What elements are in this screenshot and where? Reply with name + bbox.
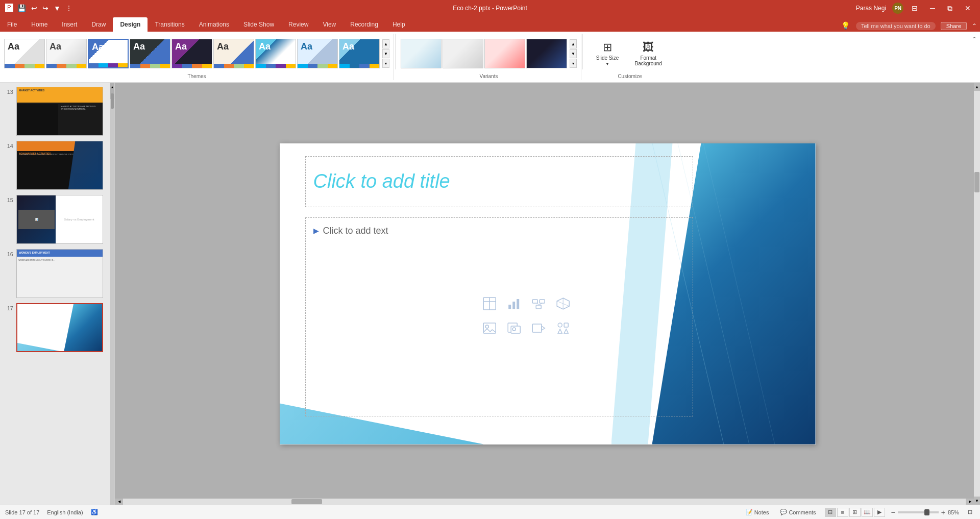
tab-animations[interactable]: Animations — [192, 17, 236, 32]
accessibility-icon[interactable]: ♿ — [91, 509, 98, 515]
comments-button[interactable]: 💬 Comments — [777, 508, 818, 516]
tab-home[interactable]: Home — [24, 17, 55, 32]
redo-icon[interactable]: ↪ — [42, 4, 48, 12]
zoom-slider[interactable] — [898, 511, 939, 513]
close-button[interactable]: ✕ — [961, 3, 975, 13]
tab-design[interactable]: Design — [113, 17, 148, 32]
more-icon[interactable]: ⋮ — [66, 5, 72, 12]
content-header: ▶ Click to add text — [313, 226, 685, 236]
canvas-scrollbar[interactable]: ▲ ▼ — [974, 83, 980, 505]
theme-cream[interactable]: Aa — [213, 39, 254, 68]
variant-4[interactable] — [526, 39, 567, 68]
outline-view-button[interactable]: ≡ — [837, 508, 848, 517]
insert-chart-icon[interactable] — [505, 294, 523, 313]
quick-save-icon[interactable]: 💾 — [17, 4, 26, 12]
variants-expand[interactable]: ▾ — [570, 59, 577, 68]
tab-insert[interactable]: Insert — [55, 17, 84, 32]
insert-stock-images-icon[interactable] — [505, 319, 523, 337]
ribbon-spacer — [676, 34, 969, 80]
undo-icon[interactable]: ↩ — [31, 4, 37, 12]
theme-teal[interactable]: Aa — [339, 39, 380, 68]
user-avatar[interactable]: PN — [892, 3, 903, 14]
variants-scroll-down[interactable]: ▼ — [570, 49, 577, 58]
themes-scroll-buttons: ▲ ▼ ▾ — [382, 39, 389, 68]
insert-smartart-icon[interactable] — [529, 294, 548, 313]
variant-2[interactable] — [443, 39, 483, 68]
slide-size-button[interactable]: ⊞ Slide Size ▼ — [591, 39, 624, 68]
main-area: 13 MARKET ACTIVITIES MARKET ACTIVITIES A… — [0, 83, 980, 505]
share-button[interactable]: Share — [941, 22, 967, 30]
fit-slide-button[interactable]: ⊡ — [965, 508, 975, 516]
custom-quick-access-icon[interactable]: ▼ — [54, 4, 61, 12]
slide-item-13[interactable]: 13 MARKET ACTIVITIES MARKET ACTIVITIES A… — [0, 86, 114, 137]
content-placeholder[interactable]: ▶ Click to add text — [305, 217, 693, 416]
horizontal-scrollbar[interactable]: ◀ ▶ — [115, 499, 974, 505]
slide-sorter-button[interactable]: ⊞ — [849, 508, 861, 517]
themes-scroll-down[interactable]: ▼ — [382, 49, 389, 58]
collapse-ribbon-button[interactable]: ⌃ — [969, 20, 980, 32]
panel-scroll-thumb[interactable] — [111, 93, 114, 109]
zoom-out-button[interactable]: − — [891, 508, 895, 516]
variant-1[interactable] — [401, 39, 442, 68]
slide-panel-scrollbar[interactable]: ▲ ▼ — [110, 83, 114, 505]
slide-item-14[interactable]: 14 NON-MARKET ACTIVITIES NON-MARKET ACTI… — [0, 140, 114, 191]
theme-dark[interactable]: Aa — [130, 39, 170, 68]
theme-purple[interactable]: Aa — [172, 39, 212, 68]
scroll-up-button[interactable]: ▲ — [974, 83, 980, 91]
themes-expand[interactable]: ▾ — [382, 59, 389, 68]
tab-review[interactable]: Review — [281, 17, 315, 32]
scroll-down-button[interactable]: ▼ — [974, 497, 980, 505]
slide-thumb-15[interactable]: Salary vs Employment 📊 — [16, 195, 103, 244]
scroll-left-button[interactable]: ◀ — [115, 499, 123, 505]
slide-thumb-17[interactable] — [16, 303, 103, 352]
slide-item-15[interactable]: 15 Salary vs Employment 📊 — [0, 194, 114, 245]
theme-geometric[interactable]: Aa — [88, 39, 129, 68]
slide-item-16[interactable]: 16 WOMEN'S EMPLOYMENT WOMEN ARE MORE LIK… — [0, 248, 114, 299]
theme-blue-geo[interactable]: Aa — [255, 39, 296, 68]
reading-view-button[interactable]: 📖 — [862, 508, 873, 517]
insert-3d-icon[interactable] — [554, 294, 572, 313]
themes-scroll-up[interactable]: ▲ — [382, 39, 389, 48]
slide-thumb-13[interactable]: MARKET ACTIVITIES MARKET ACTIVITIES ARE … — [16, 87, 103, 136]
theme-2[interactable]: Aa — [46, 39, 87, 68]
scroll-right-button[interactable]: ▶ — [966, 499, 974, 505]
tab-transitions[interactable]: Transitions — [148, 17, 191, 32]
tell-me-input[interactable]: Tell me what you want to do — [856, 22, 936, 30]
zoom-thumb[interactable] — [924, 509, 929, 515]
restore-button[interactable]: ⧉ — [943, 3, 957, 14]
variant-3[interactable] — [484, 39, 525, 68]
zoom-in-button[interactable]: + — [941, 508, 945, 516]
slideshow-button[interactable]: ▶ — [874, 508, 885, 517]
variants-scroll-up[interactable]: ▲ — [570, 39, 577, 48]
filename-label: Eco ch-2.pptx — [453, 5, 490, 12]
insert-table-icon[interactable] — [480, 294, 499, 313]
theme-office[interactable]: Aa — [4, 39, 45, 68]
normal-view-button[interactable]: ⊟ — [825, 508, 836, 517]
panel-scroll-up[interactable]: ▲ — [110, 83, 114, 91]
insert-picture-icon[interactable] — [480, 319, 499, 337]
insert-icons-icon[interactable] — [554, 319, 572, 337]
title-placeholder[interactable]: Click to add title — [305, 156, 693, 207]
collapse-ribbon-arrow[interactable]: ⌃ — [969, 34, 980, 45]
format-background-button[interactable]: 🖼 Format Background — [628, 39, 669, 68]
tab-slideshow[interactable]: Slide Show — [236, 17, 281, 32]
display-settings-icon[interactable]: ⊟ — [908, 3, 922, 13]
insert-video-icon[interactable] — [529, 319, 548, 337]
format-bg-label: Format Background — [633, 55, 664, 66]
tab-view[interactable]: View — [315, 17, 343, 32]
minimize-button[interactable]: ─ — [926, 3, 939, 13]
tab-draw[interactable]: Draw — [84, 17, 113, 32]
themes-gallery: Aa Aa Aa Aa — [4, 39, 380, 68]
slide-item-17[interactable]: 17 — [0, 302, 114, 353]
variants-group: ▲ ▼ ▾ Variants — [397, 34, 581, 80]
tab-recording[interactable]: Recording — [343, 17, 385, 32]
h-scroll-thumb[interactable] — [291, 499, 322, 504]
slide-thumb-14[interactable]: NON-MARKET ACTIVITIES NON-MARKET ACTIVIT… — [16, 141, 103, 190]
slide-thumb-16[interactable]: WOMEN'S EMPLOYMENT WOMEN ARE MORE LIKELY… — [16, 249, 103, 298]
theme-light-blue[interactable]: Aa — [297, 39, 338, 68]
scroll-thumb[interactable] — [974, 172, 979, 192]
tab-file[interactable]: File — [0, 17, 24, 32]
lightbulb-icon[interactable]: 💡 — [838, 19, 853, 32]
notes-button[interactable]: 📝 Notes — [743, 508, 772, 516]
tab-help[interactable]: Help — [385, 17, 412, 32]
